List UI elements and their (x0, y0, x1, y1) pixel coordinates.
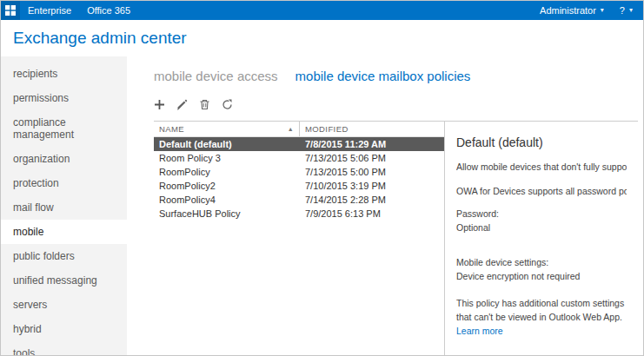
exchange-admin-center-window: Enterprise Office 365 Administrator ▾ ? … (0, 0, 644, 356)
table-row[interactable]: SurfaceHUB Policy 7/9/2015 6:13 PM (154, 207, 444, 221)
column-header-modified[interactable]: MODIFIED (300, 124, 349, 134)
help-menu[interactable]: ? ▾ (620, 5, 633, 16)
details-owa-note: OWA for Devices supports all password po… (456, 186, 627, 196)
sidebar-item-hybrid[interactable]: hybrid (1, 317, 127, 341)
page-title: Exchange admin center (13, 29, 187, 48)
feature-sidebar: recipients permissions compliance manage… (1, 56, 127, 355)
details-description: Allow mobile devices that don't fully su… (456, 162, 627, 172)
tab-mobile-device-mailbox-policies[interactable]: mobile device mailbox policies (295, 69, 471, 83)
sidebar-item-compliance-management[interactable]: compliance management (1, 110, 127, 147)
topbar-right: Administrator ▾ ? ▾ (540, 5, 643, 16)
sidebar-item-public-folders[interactable]: public folders (1, 244, 127, 268)
custom-settings-note-text: This policy has additional custom settin… (456, 298, 624, 322)
policy-modified: 7/10/2015 3:19 PM (300, 179, 386, 193)
password-value: Optional (456, 222, 627, 233)
add-icon (154, 99, 165, 113)
table-row[interactable]: Room Policy 3 7/13/2015 5:06 PM (154, 151, 444, 165)
policy-modified: 7/9/2015 6:13 PM (300, 207, 381, 221)
device-settings-value: Device encryption not required (456, 271, 627, 281)
policy-name: Default (default) (154, 137, 300, 151)
user-menu-label: Administrator (540, 5, 596, 16)
help-menu-label: ? (620, 5, 625, 16)
policy-name: SurfaceHUB Policy (154, 207, 300, 221)
table-row[interactable]: Default (default) 7/8/2015 11:29 AM (154, 137, 444, 151)
policy-list: NAME ▲ MODIFIED Default (default) 7/8/20… (154, 122, 444, 355)
user-menu[interactable]: Administrator ▾ (540, 5, 604, 16)
learn-more-link[interactable]: Learn more (456, 326, 503, 336)
chevron-down-icon: ▾ (601, 7, 604, 14)
sidebar-item-mail-flow[interactable]: mail flow (1, 195, 127, 220)
column-name-label: NAME (159, 124, 184, 134)
delete-icon (199, 99, 210, 113)
policy-modified: 7/14/2015 2:28 PM (300, 193, 386, 207)
tab-mobile-device-access[interactable]: mobile device access (154, 69, 278, 83)
sidebar-item-permissions[interactable]: permissions (1, 86, 127, 110)
policy-name: RoomPolicy (154, 165, 300, 179)
tab-bar: mobile device access mobile device mailb… (154, 69, 638, 83)
sidebar-item-mobile[interactable]: mobile (1, 220, 127, 244)
main-content: mobile device access mobile device mailb… (127, 56, 643, 355)
sort-ascending-icon: ▲ (288, 126, 294, 132)
device-settings-label: Mobile device settings: (456, 257, 627, 267)
top-bar: Enterprise Office 365 Administrator ▾ ? … (1, 1, 643, 20)
custom-settings-note: This policy has additional custom settin… (456, 297, 627, 338)
password-label: Password: (456, 208, 627, 219)
sidebar-item-recipients[interactable]: recipients (1, 62, 127, 86)
tenant-link[interactable]: Enterprise (20, 1, 79, 20)
refresh-button[interactable] (222, 99, 233, 112)
refresh-icon (222, 99, 233, 113)
edit-icon (176, 99, 188, 113)
policy-modified: 7/8/2015 11:29 AM (300, 137, 386, 151)
edit-button[interactable] (176, 99, 188, 112)
sidebar-item-unified-messaging[interactable]: unified messaging (1, 268, 127, 293)
policy-name: RoomPolicy4 (154, 193, 300, 207)
chevron-down-icon: ▾ (629, 7, 633, 14)
table-row[interactable]: RoomPolicy2 7/10/2015 3:19 PM (154, 179, 444, 193)
delete-button[interactable] (199, 99, 210, 112)
details-title: Default (default) (456, 135, 627, 149)
policies-content: NAME ▲ MODIFIED Default (default) 7/8/20… (154, 121, 638, 355)
table-row[interactable]: RoomPolicy 7/13/2015 5:00 PM (154, 165, 444, 179)
office-logo-icon[interactable] (1, 1, 20, 20)
table-header: NAME ▲ MODIFIED (154, 122, 444, 137)
column-header-name[interactable]: NAME ▲ (154, 122, 300, 136)
policy-modified: 7/13/2015 5:00 PM (300, 165, 386, 179)
office365-link[interactable]: Office 365 (79, 1, 138, 20)
sidebar-item-servers[interactable]: servers (1, 293, 127, 317)
page-header: Exchange admin center (1, 20, 643, 56)
sidebar-item-tools[interactable]: tools (1, 341, 127, 356)
add-button[interactable] (154, 99, 165, 112)
sidebar-item-protection[interactable]: protection (1, 171, 127, 195)
sidebar-item-organization[interactable]: organization (1, 147, 127, 171)
policy-name: Room Policy 3 (154, 151, 300, 165)
policy-name: RoomPolicy2 (154, 179, 300, 193)
table-row[interactable]: RoomPolicy4 7/14/2015 2:28 PM (154, 193, 444, 207)
details-pane: Default (default) Allow mobile devices t… (444, 122, 638, 355)
toolbar (154, 99, 638, 112)
page-body: recipients permissions compliance manage… (1, 56, 643, 355)
policy-modified: 7/13/2015 5:06 PM (300, 151, 386, 165)
